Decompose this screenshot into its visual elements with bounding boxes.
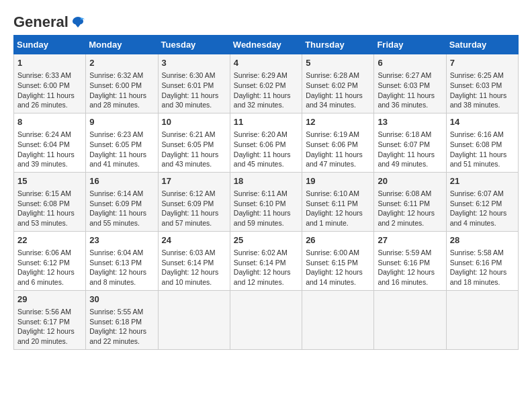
- calendar-cell: 30Sunrise: 5:55 AMSunset: 6:18 PMDayligh…: [86, 290, 158, 349]
- day-info: and 16 minutes.: [378, 277, 442, 287]
- day-info: Sunrise: 6:29 AM: [234, 71, 298, 81]
- day-number: 6: [378, 57, 442, 69]
- day-info: and 51 minutes.: [450, 159, 515, 169]
- day-header-saturday: Saturday: [446, 36, 518, 54]
- calendar-cell: 19Sunrise: 6:10 AMSunset: 6:11 PMDayligh…: [302, 172, 374, 231]
- calendar-cell: 17Sunrise: 6:12 AMSunset: 6:09 PMDayligh…: [158, 172, 230, 231]
- logo: General: [13, 13, 85, 28]
- day-number: 15: [17, 175, 82, 187]
- calendar-week-1: 1Sunrise: 6:33 AMSunset: 6:00 PMDaylight…: [14, 54, 519, 113]
- calendar-cell: 1Sunrise: 6:33 AMSunset: 6:00 PMDaylight…: [14, 54, 86, 113]
- calendar-body: 1Sunrise: 6:33 AMSunset: 6:00 PMDaylight…: [14, 54, 519, 350]
- day-number: 24: [162, 234, 226, 246]
- day-header-wednesday: Wednesday: [230, 36, 302, 54]
- day-info: Sunset: 6:11 PM: [378, 199, 442, 209]
- day-info: Daylight: 11 hours: [17, 150, 82, 160]
- calendar-week-2: 8Sunrise: 6:24 AMSunset: 6:04 PMDaylight…: [14, 113, 519, 172]
- day-info: Daylight: 11 hours: [378, 91, 442, 101]
- day-info: Sunrise: 6:06 AM: [17, 248, 82, 258]
- calendar-cell: 14Sunrise: 6:16 AMSunset: 6:08 PMDayligh…: [446, 113, 518, 172]
- day-number: 11: [234, 116, 298, 128]
- calendar-cell: 3Sunrise: 6:30 AMSunset: 6:01 PMDaylight…: [158, 54, 230, 113]
- calendar-cell: 11Sunrise: 6:20 AMSunset: 6:06 PMDayligh…: [230, 113, 302, 172]
- day-info: Daylight: 12 hours: [17, 267, 82, 277]
- logo-bird-icon: [71, 15, 85, 29]
- day-info: and 55 minutes.: [89, 218, 154, 228]
- day-info: Sunrise: 6:00 AM: [306, 248, 370, 258]
- day-info: Sunrise: 6:30 AM: [162, 71, 226, 81]
- day-info: Sunrise: 6:27 AM: [378, 71, 442, 81]
- day-info: Sunset: 6:09 PM: [162, 199, 226, 209]
- day-info: Sunset: 6:12 PM: [17, 258, 82, 268]
- day-info: and 36 minutes.: [378, 100, 442, 110]
- calendar-cell: [158, 290, 230, 349]
- day-info: Daylight: 11 hours: [162, 91, 226, 101]
- calendar-cell: 25Sunrise: 6:02 AMSunset: 6:14 PMDayligh…: [230, 231, 302, 290]
- day-info: and 47 minutes.: [306, 159, 370, 169]
- calendar-cell: 7Sunrise: 6:25 AMSunset: 6:03 PMDaylight…: [446, 54, 518, 113]
- day-number: 12: [306, 116, 370, 128]
- calendar-week-5: 29Sunrise: 5:56 AMSunset: 6:17 PMDayligh…: [14, 290, 519, 349]
- day-info: Daylight: 12 hours: [378, 267, 442, 277]
- calendar-cell: 9Sunrise: 6:23 AMSunset: 6:05 PMDaylight…: [86, 113, 158, 172]
- calendar-cell: 20Sunrise: 6:08 AMSunset: 6:11 PMDayligh…: [374, 172, 446, 231]
- day-info: Daylight: 12 hours: [89, 267, 154, 277]
- day-info: and 59 minutes.: [234, 218, 298, 228]
- day-info: and 45 minutes.: [234, 159, 298, 169]
- day-info: Daylight: 11 hours: [378, 150, 442, 160]
- day-info: and 43 minutes.: [162, 159, 226, 169]
- calendar-cell: 23Sunrise: 6:04 AMSunset: 6:13 PMDayligh…: [86, 231, 158, 290]
- day-info: Sunset: 6:17 PM: [17, 317, 82, 327]
- day-info: Sunrise: 6:25 AM: [450, 71, 515, 81]
- day-info: Daylight: 12 hours: [306, 208, 370, 218]
- calendar-cell: [374, 290, 446, 349]
- day-info: Daylight: 11 hours: [17, 91, 82, 101]
- day-number: 1: [17, 57, 82, 69]
- day-header-friday: Friday: [374, 36, 446, 54]
- day-info: Daylight: 12 hours: [450, 208, 515, 218]
- day-info: and 30 minutes.: [162, 100, 226, 110]
- day-number: 8: [17, 116, 82, 128]
- day-info: Daylight: 12 hours: [234, 267, 298, 277]
- day-info: and 41 minutes.: [89, 159, 154, 169]
- day-info: and 10 minutes.: [162, 277, 226, 287]
- calendar-week-3: 15Sunrise: 6:15 AMSunset: 6:08 PMDayligh…: [14, 172, 519, 231]
- day-info: and 12 minutes.: [234, 277, 298, 287]
- day-info: Sunset: 6:00 PM: [89, 81, 154, 91]
- logo-general: General: [13, 13, 69, 31]
- day-number: 3: [162, 57, 226, 69]
- calendar-cell: 5Sunrise: 6:28 AMSunset: 6:02 PMDaylight…: [302, 54, 374, 113]
- day-info: Sunset: 6:01 PM: [162, 81, 226, 91]
- day-info: Daylight: 11 hours: [89, 208, 154, 218]
- day-info: Daylight: 11 hours: [234, 91, 298, 101]
- calendar-cell: 8Sunrise: 6:24 AMSunset: 6:04 PMDaylight…: [14, 113, 86, 172]
- day-info: and 49 minutes.: [378, 159, 442, 169]
- calendar-cell: [302, 290, 374, 349]
- day-info: Sunset: 6:16 PM: [450, 258, 515, 268]
- calendar-cell: 26Sunrise: 6:00 AMSunset: 6:15 PMDayligh…: [302, 231, 374, 290]
- day-info: and 57 minutes.: [162, 218, 226, 228]
- day-info: Sunrise: 6:28 AM: [306, 71, 370, 81]
- day-number: 26: [306, 234, 370, 246]
- calendar-cell: 22Sunrise: 6:06 AMSunset: 6:12 PMDayligh…: [14, 231, 86, 290]
- day-info: Daylight: 11 hours: [234, 208, 298, 218]
- day-info: Sunset: 6:03 PM: [378, 81, 442, 91]
- calendar-cell: 28Sunrise: 5:58 AMSunset: 6:16 PMDayligh…: [446, 231, 518, 290]
- day-info: Sunrise: 6:03 AM: [162, 248, 226, 258]
- day-info: Sunrise: 6:16 AM: [450, 130, 515, 140]
- day-info: Sunset: 6:05 PM: [89, 140, 154, 150]
- day-number: 22: [17, 234, 82, 246]
- day-info: Daylight: 11 hours: [450, 91, 515, 101]
- day-info: Sunset: 6:06 PM: [234, 140, 298, 150]
- day-info: Daylight: 11 hours: [162, 208, 226, 218]
- day-info: Daylight: 12 hours: [306, 267, 370, 277]
- day-info: Daylight: 12 hours: [450, 267, 515, 277]
- day-info: Sunset: 6:00 PM: [17, 81, 82, 91]
- day-info: Sunrise: 5:58 AM: [450, 248, 515, 258]
- day-info: Sunrise: 6:32 AM: [89, 71, 154, 81]
- day-info: Sunrise: 5:55 AM: [89, 307, 154, 317]
- day-info: and 39 minutes.: [17, 159, 82, 169]
- calendar-cell: 27Sunrise: 5:59 AMSunset: 6:16 PMDayligh…: [374, 231, 446, 290]
- day-info: Sunset: 6:08 PM: [17, 199, 82, 209]
- calendar-cell: 21Sunrise: 6:07 AMSunset: 6:12 PMDayligh…: [446, 172, 518, 231]
